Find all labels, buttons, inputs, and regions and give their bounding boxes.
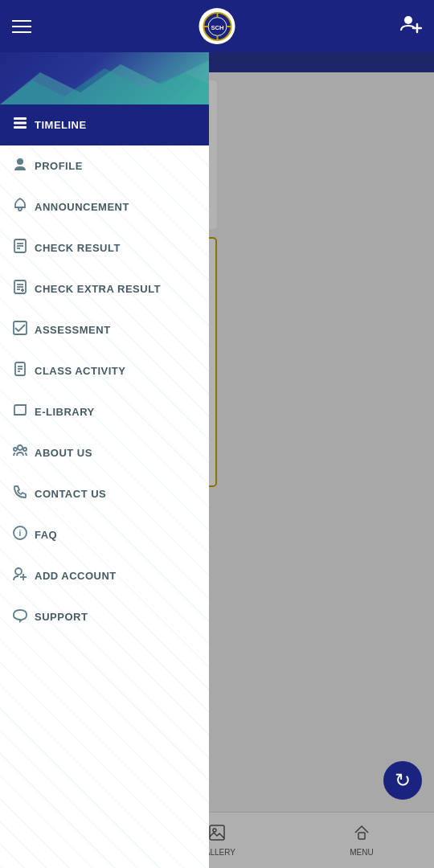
svg-point-44 bbox=[18, 445, 23, 450]
sidebar-item-faq[interactable]: iFAQ bbox=[0, 514, 209, 555]
svg-point-49 bbox=[15, 568, 22, 575]
sidebar-item-label-check-result: CHECK RESULT bbox=[35, 242, 121, 254]
svg-point-26 bbox=[17, 158, 23, 165]
sidebar-item-assessment[interactable]: ASSESSMENT bbox=[0, 309, 209, 350]
profile-icon bbox=[12, 156, 35, 176]
sidebar-item-add-account[interactable]: ADD ACCOUNT bbox=[0, 555, 209, 596]
sidebar-item-label-add-account: ADD ACCOUNT bbox=[35, 570, 117, 582]
add-account-icon bbox=[12, 566, 35, 586]
sidebar-item-label-e-library: E-LIBRARY bbox=[35, 406, 95, 418]
school-logo: SCH bbox=[199, 8, 235, 44]
sidebar-item-label-faq: FAQ bbox=[35, 529, 57, 541]
sidebar-item-check-result[interactable]: CHECK RESULT bbox=[0, 227, 209, 268]
sidebar-item-label-class-activity: CLASS ACTIVITY bbox=[35, 365, 125, 377]
sidebar-item-contact-us[interactable]: CONTACT US bbox=[0, 473, 209, 514]
svg-point-45 bbox=[14, 448, 17, 451]
sidebar-item-profile[interactable]: PROFILE bbox=[0, 145, 209, 186]
check-result-icon bbox=[12, 238, 35, 258]
sidebar-item-label-profile: PROFILE bbox=[35, 160, 83, 172]
sidebar-item-about-us[interactable]: ABOUT US bbox=[0, 432, 209, 473]
sidebar-item-label-support: SUPPORT bbox=[35, 611, 88, 623]
announcement-icon bbox=[12, 197, 35, 217]
support-icon bbox=[12, 607, 35, 627]
sidebar-item-label-about-us: ABOUT US bbox=[35, 447, 92, 459]
svg-text:SCH: SCH bbox=[211, 23, 223, 31]
assessment-icon bbox=[12, 320, 35, 340]
e-library-icon bbox=[12, 402, 35, 422]
sidebar: PARENT | P/18/0003 2ND TERM 2019/2020 TI… bbox=[0, 0, 209, 868]
sidebar-item-timeline[interactable]: TIMELINE bbox=[0, 104, 209, 145]
hamburger-menu[interactable] bbox=[12, 20, 31, 33]
svg-rect-23 bbox=[14, 117, 27, 120]
contact-us-icon bbox=[12, 484, 35, 504]
sidebar-item-label-announcement: ANNOUNCEMENT bbox=[35, 201, 129, 213]
sidebar-item-check-extra-result[interactable]: CHECK EXTRA RESULT bbox=[0, 268, 209, 309]
sidebar-item-announcement[interactable]: ANNOUNCEMENT bbox=[0, 186, 209, 227]
header: SCH bbox=[0, 0, 434, 52]
sidebar-item-label-contact-us: CONTACT US bbox=[35, 488, 106, 500]
sidebar-item-label-assessment: ASSESSMENT bbox=[35, 324, 111, 336]
svg-point-46 bbox=[23, 448, 27, 451]
refresh-button[interactable]: ↻ bbox=[383, 761, 422, 800]
svg-rect-25 bbox=[14, 126, 27, 129]
faq-icon: i bbox=[12, 525, 35, 545]
svg-text:i: i bbox=[19, 529, 22, 538]
sidebar-item-class-activity[interactable]: CLASS ACTIVITY bbox=[0, 350, 209, 391]
sidebar-item-support[interactable]: SUPPORT bbox=[0, 596, 209, 637]
sidebar-menu: TIMELINEPROFILEANNOUNCEMENTCHECK RESULTC… bbox=[0, 104, 209, 868]
svg-rect-27 bbox=[18, 207, 22, 211]
class-activity-icon bbox=[12, 361, 35, 381]
sidebar-item-label-timeline: TIMELINE bbox=[35, 119, 87, 131]
check-extra-result-icon bbox=[12, 279, 35, 299]
add-user-button[interactable] bbox=[399, 13, 422, 40]
svg-rect-24 bbox=[14, 122, 27, 125]
sidebar-item-e-library[interactable]: E-LIBRARY bbox=[0, 391, 209, 432]
about-us-icon bbox=[12, 443, 35, 463]
refresh-icon: ↻ bbox=[395, 769, 411, 792]
timeline-icon bbox=[12, 115, 35, 135]
svg-point-7 bbox=[404, 16, 412, 24]
sidebar-item-label-check-extra-result: CHECK EXTRA RESULT bbox=[35, 283, 161, 295]
